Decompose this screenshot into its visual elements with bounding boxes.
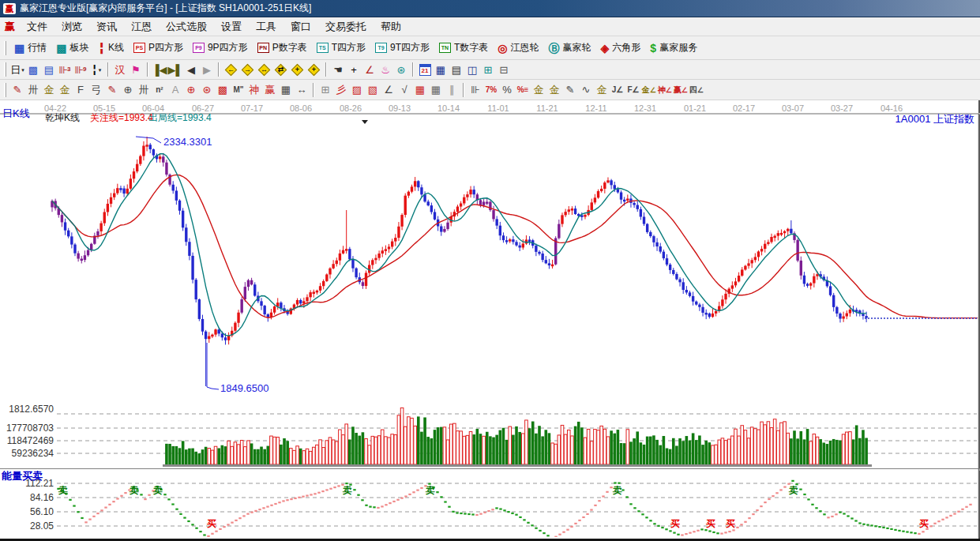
toolbar-ray-grid-button[interactable]: ▨ <box>349 82 365 98</box>
toolbar-scale-ruler-button[interactable]: ⊪ <box>467 82 483 98</box>
exit-line-value: 出局线=1993.4 <box>148 111 212 125</box>
toolbar-comb-b-button[interactable]: 卅 <box>136 82 152 98</box>
toolbar-f-angle-button[interactable]: F∠ <box>625 82 641 98</box>
toolbar-han-tool-button[interactable]: 汉 <box>112 62 128 77</box>
toolbar-sectors-button[interactable]: ▩板块 <box>51 39 93 58</box>
toolbar-dark-grid-button[interactable]: ▦ <box>428 82 444 98</box>
toolbar-gold-line-a-button[interactable]: 金 <box>41 82 57 98</box>
toolbar-printer-button[interactable]: ⊟ <box>496 62 512 77</box>
toolbar-info-panel-button[interactable]: ▤ <box>41 62 57 77</box>
toolbar-brush-tool-button[interactable]: ✎ <box>104 82 120 98</box>
toolbar-calculator-button[interactable]: ▦ <box>433 62 449 77</box>
toolbar-teal-web-button[interactable]: ⊛ <box>393 62 409 77</box>
toolbar-ying-angle-button[interactable]: 赢∠ <box>673 82 689 98</box>
toolbar-report-notes-button[interactable]: ▤ <box>449 62 464 77</box>
menu-news[interactable]: 资讯 <box>89 18 124 36</box>
toolbar-gann-wheel-button[interactable]: ◎江恩轮 <box>493 39 543 58</box>
toolbar-ying-tool-button[interactable]: 赢 <box>262 82 278 98</box>
toolbar-hexagon-button[interactable]: ◈六角形 <box>596 39 646 58</box>
toolbar-nine-line-chart-button[interactable]: ⊪9 <box>73 62 88 77</box>
toolbar-three-line-chart-button[interactable]: ⊪3 <box>57 62 73 77</box>
toolbar-four-angle-button[interactable]: 四∠ <box>689 82 704 98</box>
toolbar-candle-edit-button[interactable]: ✎ <box>562 82 578 98</box>
toolbar-wave-a-button[interactable]: ∿ <box>578 82 594 98</box>
toolbar-t-square-button[interactable]: TST四方形 <box>312 39 370 58</box>
toolbar-gann-window-tool-button[interactable]: ▩ <box>25 62 41 77</box>
toolbar-shen-tool-button[interactable]: 神 <box>246 82 262 98</box>
toolbar-spider-web-button[interactable]: ⊛ <box>199 82 215 98</box>
toolbar-jump-first-button[interactable]: ▐◀ <box>152 62 167 77</box>
toolbar-color-flag-button[interactable]: ⚑ <box>128 62 144 77</box>
toolbar-percent-button[interactable]: % <box>499 82 515 98</box>
toolbar-expand-h-diamond-button[interactable]: ↔ <box>257 62 272 77</box>
toolbar-winner-wheel-button[interactable]: Ⓑ赢家轮 <box>544 39 596 58</box>
toolbar-winner-service-button[interactable]: $赢家服务 <box>645 39 702 58</box>
toolbar-width-measure-button[interactable]: ↔ <box>294 82 310 98</box>
toolbar-red-grid-button[interactable]: ▦ <box>412 82 428 98</box>
toolbar-mirror-a-button[interactable]: A <box>167 82 183 98</box>
toolbar-step-right-button[interactable]: ▶ <box>199 62 215 77</box>
toolbar-circle-cycle-button[interactable]: ⊕ <box>120 82 136 98</box>
toolbar-web-grid-button[interactable]: ▩ <box>215 82 231 98</box>
toolbar-number-grid-button[interactable]: ▦ <box>278 82 294 98</box>
toolbar-n-square-button[interactable]: n² <box>152 82 167 98</box>
toolbar-jump-last-button[interactable]: ▶▌ <box>167 62 183 77</box>
menu-settings[interactable]: 设置 <box>214 18 249 36</box>
toolbar-gold-circle-button[interactable]: 金 <box>531 82 546 98</box>
menu-help[interactable]: 帮助 <box>374 18 408 36</box>
toolbar-gold-underline-button[interactable]: 金 <box>546 82 562 98</box>
menu-gann[interactable]: 江恩 <box>124 18 159 36</box>
toolbar-shade-grid-button[interactable]: ▧ <box>365 82 381 98</box>
t-number-table-icon: TN <box>439 43 451 53</box>
toolbar-kline-period-selector-button[interactable]: 日▾ <box>9 62 25 77</box>
toolbar-calendar-button[interactable]: 21 <box>417 62 433 77</box>
toolbar-angle-line-button[interactable]: ∠ <box>381 82 396 98</box>
toolbar-angle-measure-button[interactable]: ∠ <box>362 62 377 77</box>
toolbar-candle-style-selector-button[interactable]: ╏▾ <box>88 62 104 77</box>
toolbar-gold-angle-button[interactable]: 金∠ <box>641 82 657 98</box>
toolbar-p-square-button[interactable]: PSP四方形 <box>129 39 188 58</box>
svg-text:07-17: 07-17 <box>241 103 263 113</box>
menu-tools[interactable]: 工具 <box>249 18 283 36</box>
toolbar-zoom-right-diamond-button[interactable]: → <box>240 62 255 77</box>
toolbar-check-wave-button[interactable]: √ <box>396 82 412 98</box>
toolbar-box-select-button[interactable]: ⊞ <box>317 82 333 98</box>
toolbar-red-cycle-button[interactable]: ⊕ <box>183 82 199 98</box>
menu-formula-stock-pick[interactable]: 公式选股 <box>159 18 214 36</box>
toolbar-m-wave-button[interactable]: M" <box>231 82 246 98</box>
toolbar-fib-f-lines-button[interactable]: F <box>73 82 88 98</box>
toolbar-save-floppy-button[interactable]: ◫ <box>464 62 480 77</box>
menu-file[interactable]: 文件 <box>20 18 54 36</box>
toolbar-t-number-table-button[interactable]: TNT数字表 <box>434 39 493 58</box>
toolbar-pan-hand-button[interactable]: ☚ <box>330 62 346 77</box>
menu-browse[interactable]: 浏览 <box>54 18 89 36</box>
toolbar-gold-line-b-button[interactable]: 金 <box>57 82 73 98</box>
toolbar-arc-tool-button[interactable]: 弓 <box>88 82 104 98</box>
toolbar-9t-square-button[interactable]: T99T四方形 <box>370 39 434 58</box>
toolbar-shen-angle-button[interactable]: 神∠ <box>657 82 673 98</box>
menu-window[interactable]: 窗口 <box>283 18 318 36</box>
toolbar-pink-board-button[interactable]: ♨ <box>377 62 393 77</box>
toolbar-p-number-table-button[interactable]: PNP数字表 <box>253 39 312 58</box>
toolbar-expand-all-diamond-button[interactable]: + <box>290 62 305 77</box>
toolbar-kline-button[interactable]: ╏K线 <box>93 39 128 58</box>
toolbar-compress-all-diamond-button[interactable]: + <box>306 62 321 77</box>
toolbar-gann-comb-button[interactable]: 卅 <box>25 82 41 98</box>
menu-trade-entrust[interactable]: 交易委托 <box>318 18 374 36</box>
toolbar-parallel-lines-button[interactable]: ∥ <box>444 82 460 98</box>
toolbar-gold-underline-2-button[interactable]: 金 <box>594 82 610 98</box>
toolbar-fan-rays-button[interactable]: 彡 <box>333 82 349 98</box>
toolbar-9p-square-button[interactable]: P99P四方形 <box>188 39 253 58</box>
toolbar-j-angle-button[interactable]: J∠ <box>610 82 625 98</box>
chart-area[interactable]: 04-2205-1506-0406-2707-1708-0608-2609-13… <box>0 100 980 539</box>
toolbar-step-left-button[interactable]: ◀ <box>183 62 199 77</box>
toolbar-seven-percent-button[interactable]: 7% <box>483 82 499 98</box>
toolbar-compress-h-diamond-button[interactable]: ⇄ <box>273 62 288 77</box>
chart-canvas[interactable]: 04-2205-1506-0406-2707-1708-0608-2609-13… <box>0 100 980 537</box>
toolbar-network-pc-button[interactable]: ⊞ <box>480 62 496 77</box>
toolbar-crosshair-button[interactable]: + <box>346 62 362 77</box>
toolbar-zoom-left-diamond-button[interactable]: ← <box>223 62 238 77</box>
toolbar-quotes-button[interactable]: ▦行情 <box>9 39 51 58</box>
toolbar-pen-tool-button[interactable]: ✎ <box>9 82 25 98</box>
toolbar-percent-lines-button[interactable]: %≡ <box>515 82 531 98</box>
